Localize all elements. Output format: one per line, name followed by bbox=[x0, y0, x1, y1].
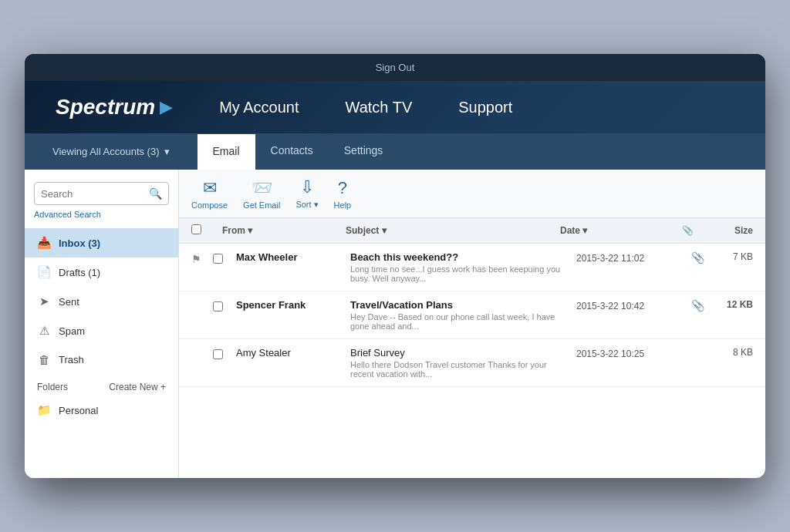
nav-links: My Account Watch TV Support bbox=[219, 99, 512, 116]
search-input[interactable] bbox=[41, 188, 144, 200]
row-checkbox-wrap bbox=[213, 299, 230, 315]
row-checkbox[interactable] bbox=[213, 301, 223, 311]
sidebar-item-drafts[interactable]: 📄 Drafts (1) bbox=[25, 258, 178, 287]
sidebar-item-inbox[interactable]: 📥 Inbox (3) bbox=[25, 228, 178, 258]
sidebar: 🔍 Advanced Search 📥 Inbox (3) 📄 Drafts (… bbox=[25, 170, 179, 478]
sidebar-item-inbox-label: Inbox (3) bbox=[59, 237, 100, 249]
compose-icon: ✉ bbox=[203, 178, 217, 198]
help-button[interactable]: ? Help bbox=[334, 178, 352, 210]
compose-button[interactable]: ✉ Compose bbox=[191, 178, 228, 210]
subject-col: Beach this weekend?? Long time no see...… bbox=[350, 251, 576, 283]
drafts-icon: 📄 bbox=[37, 265, 51, 279]
sender-name: Spencer Frank bbox=[236, 299, 350, 311]
search-icon: 🔍 bbox=[149, 187, 162, 200]
account-selector-arrow: ▾ bbox=[164, 146, 170, 157]
sign-out-bar: Sign Out bbox=[25, 54, 765, 81]
sidebar-item-personal[interactable]: 📁 Personal bbox=[25, 396, 178, 425]
account-selector-label: Viewing All Accounts (3) bbox=[52, 146, 160, 157]
preview-text: Hello there Dodson Travel customer Thank… bbox=[350, 360, 569, 379]
nav-my-account[interactable]: My Account bbox=[219, 99, 299, 116]
row-checkbox-wrap bbox=[213, 251, 230, 267]
personal-folder-icon: 📁 bbox=[37, 403, 51, 417]
folders-label: Folders bbox=[37, 382, 68, 392]
screen: Sign Out Spectrum ▶ My Account Watch TV … bbox=[25, 54, 765, 478]
date-sort-arrow: ▾ bbox=[582, 225, 587, 236]
size-col: 12 KB bbox=[707, 299, 753, 310]
sign-out-link[interactable]: Sign Out bbox=[376, 62, 415, 73]
get-email-label: Get Email bbox=[243, 200, 280, 210]
email-row[interactable]: ⚑ Max Wheeler Beach this weekend?? Long … bbox=[179, 244, 765, 291]
logo-arrow-icon: ▶ bbox=[160, 97, 173, 117]
attachment-icon: 📎 bbox=[688, 251, 707, 264]
tab-bar: Viewing All Accounts (3) ▾ Email Contact… bbox=[25, 133, 765, 170]
email-panel: ✉ Compose 📨 Get Email ⇩ Sort ▾ ? Help bbox=[179, 170, 765, 478]
create-new-folder[interactable]: Create New + bbox=[109, 382, 166, 392]
row-checkbox[interactable] bbox=[213, 254, 223, 264]
subject-line: Brief Survey bbox=[350, 347, 569, 359]
sidebar-item-drafts-label: Drafts (1) bbox=[59, 267, 100, 278]
date-col: 2015-3-22 10:42 bbox=[576, 299, 688, 311]
sender-col: Max Wheeler bbox=[236, 251, 350, 263]
preview-text: Long time no see...I guess work has been… bbox=[350, 264, 569, 283]
sidebar-item-sent-label: Sent bbox=[59, 296, 79, 308]
nav-watch-tv[interactable]: Watch TV bbox=[346, 99, 413, 116]
subject-col: Travel/Vacation Plans Hey Dave -- Based … bbox=[350, 299, 576, 331]
flag-icon bbox=[191, 299, 207, 301]
sidebar-item-sent[interactable]: ➤ Sent bbox=[25, 287, 178, 316]
trash-icon: 🗑 bbox=[37, 353, 51, 366]
subject-col: Brief Survey Hello there Dodson Travel c… bbox=[350, 347, 576, 379]
subject-line: Travel/Vacation Plans bbox=[350, 299, 569, 311]
sidebar-item-trash[interactable]: 🗑 Trash bbox=[25, 345, 178, 374]
account-selector[interactable]: Viewing All Accounts (3) ▾ bbox=[40, 135, 182, 168]
subject-line: Beach this weekend?? bbox=[350, 251, 569, 263]
header-date[interactable]: Date ▾ bbox=[560, 225, 676, 236]
header-attach: 📎 bbox=[676, 225, 699, 236]
header-size: Size bbox=[699, 225, 753, 236]
date-col: 2015-3-22 10:25 bbox=[576, 347, 688, 359]
row-checkbox-wrap bbox=[213, 347, 230, 362]
sender-col: Spencer Frank bbox=[236, 299, 350, 311]
main-content: 🔍 Advanced Search 📥 Inbox (3) 📄 Drafts (… bbox=[25, 170, 765, 478]
email-list-header: From ▾ Subject ▾ Date ▾ 📎 Size bbox=[179, 218, 765, 244]
nav-bar: Spectrum ▶ My Account Watch TV Support bbox=[25, 81, 765, 133]
logo-text: Spectrum bbox=[56, 95, 155, 120]
compose-label: Compose bbox=[191, 200, 228, 210]
sidebar-item-spam-label: Spam bbox=[59, 325, 85, 337]
header-check bbox=[191, 224, 222, 237]
subject-sort-arrow: ▾ bbox=[382, 225, 387, 236]
email-row[interactable]: Spencer Frank Travel/Vacation Plans Hey … bbox=[179, 291, 765, 339]
sidebar-item-personal-label: Personal bbox=[59, 405, 98, 416]
sort-button[interactable]: ⇩ Sort ▾ bbox=[295, 177, 318, 210]
date-col: 2015-3-22 11:02 bbox=[576, 251, 688, 264]
flag-icon: ⚑ bbox=[191, 251, 207, 265]
preview-text: Hey Dave -- Based on our phone call last… bbox=[350, 312, 569, 331]
spam-icon: ⚠ bbox=[37, 324, 51, 338]
help-icon: ? bbox=[338, 178, 347, 198]
inbox-icon: 📥 bbox=[37, 236, 51, 250]
tab-contacts[interactable]: Contacts bbox=[255, 133, 329, 170]
sort-icon: ⇩ bbox=[300, 177, 314, 197]
header-from[interactable]: From ▾ bbox=[222, 225, 346, 236]
advanced-search-link[interactable]: Advanced Search bbox=[34, 210, 169, 219]
header-subject[interactable]: Subject ▾ bbox=[346, 225, 560, 236]
folders-header: Folders Create New + bbox=[25, 374, 178, 396]
logo[interactable]: Spectrum ▶ bbox=[56, 95, 173, 120]
email-row[interactable]: Amy Stealer Brief Survey Hello there Dod… bbox=[179, 339, 765, 387]
size-col: 7 KB bbox=[707, 251, 753, 262]
flag-icon bbox=[191, 347, 207, 348]
get-email-icon: 📨 bbox=[252, 178, 272, 198]
tab-settings[interactable]: Settings bbox=[329, 133, 399, 170]
tab-email[interactable]: Email bbox=[198, 134, 255, 170]
search-box[interactable]: 🔍 bbox=[34, 182, 169, 205]
sent-icon: ➤ bbox=[37, 295, 51, 308]
get-email-button[interactable]: 📨 Get Email bbox=[243, 178, 280, 210]
row-checkbox[interactable] bbox=[213, 349, 223, 359]
sidebar-item-trash-label: Trash bbox=[59, 354, 84, 365]
nav-support[interactable]: Support bbox=[458, 99, 512, 116]
sender-name: Amy Stealer bbox=[236, 347, 350, 359]
sidebar-item-spam[interactable]: ⚠ Spam bbox=[25, 316, 178, 345]
sender-name: Max Wheeler bbox=[236, 251, 350, 263]
select-all-checkbox[interactable] bbox=[191, 224, 201, 234]
help-label: Help bbox=[334, 200, 352, 210]
toolbar: ✉ Compose 📨 Get Email ⇩ Sort ▾ ? Help bbox=[179, 170, 765, 218]
